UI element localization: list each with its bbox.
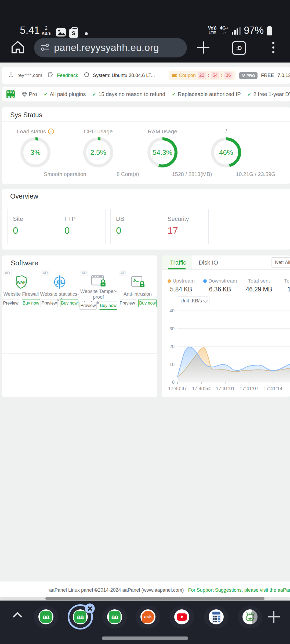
ad-tamper-proof[interactable]: AD Website Tamper-prooffor Enterprise Pr… <box>79 269 118 312</box>
preview-button[interactable]: Preview <box>2 299 19 307</box>
url-text[interactable]: panel.reyysyahh.eu.org <box>54 42 159 53</box>
net-speed-indicator: 5.41 2 KB/s <box>20 25 51 36</box>
stat-downstream: Downstream 6.36 KB <box>201 278 240 293</box>
radar-icon <box>52 275 67 290</box>
home-indicator[interactable] <box>102 636 188 640</box>
preview-button[interactable]: Preview <box>41 299 58 307</box>
svg-text:40: 40 <box>169 308 175 313</box>
chevron-down-icon <box>203 298 208 303</box>
tab-count: :D <box>236 45 242 51</box>
check-icon: ✓ <box>172 91 176 97</box>
browser-lock-icon <box>91 274 106 289</box>
preview-button[interactable]: Preview <box>79 302 97 310</box>
tray-tab-plant[interactable] <box>242 609 258 624</box>
upstream-dot-icon <box>168 279 171 283</box>
tray-tab-aapanel-3[interactable]: aa <box>107 609 122 624</box>
system-info[interactable]: System: Ubuntu 20.04.6 LT... <box>93 73 155 78</box>
collapse-tray-icon[interactable] <box>12 611 23 618</box>
status-bar-right: Vo))LTE 4G+↓↑ 97% <box>208 25 272 36</box>
svg-text:WAF: WAF <box>17 280 26 284</box>
buy-now-button[interactable]: Buy now <box>22 299 40 307</box>
tray-tab-askfm[interactable]: ask <box>140 609 155 624</box>
calculator-icon <box>212 611 221 623</box>
add-tab-button[interactable] <box>267 610 280 623</box>
feedback-icon <box>48 72 53 79</box>
countdown-minutes: 54 <box>211 72 219 79</box>
downstream-dot-icon <box>203 279 207 283</box>
volte-icon: Vo))LTE <box>208 26 217 35</box>
ad-badge: AD <box>3 270 12 276</box>
site-settings-icon[interactable] <box>41 43 50 53</box>
panel-version: 7.0.13 <box>277 73 290 78</box>
promo-feature: ✓Replaceable authorized IP <box>172 91 241 97</box>
horizontal-scrollbar-thumb[interactable] <box>45 597 264 600</box>
overview-card: Overview Site0 FTP0 DB0 Security17 <box>2 189 290 250</box>
buy-now-button[interactable]: Buy now <box>138 299 157 307</box>
url-bar[interactable]: panel.reyysyahh.eu.org <box>34 38 187 57</box>
preview-button[interactable]: Preview <box>119 299 136 307</box>
buy-now-button[interactable]: Buy now <box>60 299 78 307</box>
overview-site[interactable]: Site0 <box>7 209 54 244</box>
panel-header: rey****.com Feedback System: Ubuntu 20.0… <box>2 67 290 84</box>
countdown-hours: 22 <box>198 72 206 79</box>
ad-website-firewall[interactable]: AD WAF Website Firewall Preview Buy now <box>2 269 40 312</box>
check-icon: ✓ <box>92 91 97 97</box>
svg-text:20: 20 <box>169 344 175 349</box>
stat-total-received-clipped: To 1 <box>278 278 290 293</box>
feedback-link[interactable]: Feedback <box>57 73 78 78</box>
tab-disk-io[interactable]: Disk IO <box>199 259 218 266</box>
promo-feature: ✓2 free 1-year DV SSL (for year) <box>247 91 290 97</box>
net-filter-dropdown[interactable]: Net: All <box>271 257 290 268</box>
waf-shield-icon: WAF <box>14 275 28 290</box>
ubuntu-icon <box>84 72 89 79</box>
ad-website-statistics[interactable]: AD Website statistics-v2 Preview Buy now <box>40 269 79 312</box>
tab-switcher-button[interactable]: :D <box>232 41 246 55</box>
sys-status-title: Sys Status <box>10 111 42 119</box>
svg-text:17:41:01: 17:41:01 <box>216 386 235 391</box>
ad-anti-intrusion[interactable]: AD Anti-intrusion Preview Buy now <box>118 269 157 312</box>
footer-forum-link[interactable]: For Support Suggestions, please visit th… <box>188 587 290 593</box>
overview-ftp[interactable]: FTP0 <box>59 209 106 244</box>
license-type: FREE <box>261 73 274 78</box>
tab-traffic[interactable]: Traffic <box>170 259 186 266</box>
traffic-chart: 01020304017:40:4717:40:5417:41:0117:41:0… <box>162 308 290 396</box>
software-card: Software AD WAF Website Firewall Preview… <box>2 255 157 397</box>
tray-tab-youtube[interactable] <box>174 609 189 624</box>
network-type-icon: 4G+↓↑ <box>220 26 229 35</box>
promo-feature: ✓All paid plugins <box>44 91 86 97</box>
coupon-countdown[interactable]: Coupon 22 : 54 : 36 <box>169 71 235 80</box>
pro-badge[interactable]: PRO <box>239 72 258 79</box>
tray-tab-aapanel-2-active[interactable]: aa <box>73 609 88 624</box>
close-tab-button[interactable] <box>85 603 95 613</box>
net-speed-sup: 2 <box>42 26 51 31</box>
ad-badge: AD <box>41 270 49 276</box>
tray-tab-calculator[interactable] <box>209 609 224 624</box>
status-and-browser-bar: 5.41 2 KB/s S Vo))LTE 4G+↓↑ 97% p <box>0 0 290 63</box>
check-icon: ✓ <box>44 91 48 97</box>
promo-buy-now-button[interactable]: Buy now <box>6 90 15 98</box>
net-speed-unit: KB/s <box>42 31 51 35</box>
promo-feature: ✓15 days no reason to refund <box>92 91 165 97</box>
gallery-notification-icon <box>56 28 66 36</box>
svg-text:17:40:54: 17:40:54 <box>192 386 211 391</box>
pro-diamond-icon <box>22 92 27 97</box>
signal-strength-icon <box>232 27 241 35</box>
unit-dropdown[interactable]: Unit: KB/s <box>177 297 209 305</box>
browser-home-button[interactable] <box>10 40 25 56</box>
diamond-icon <box>241 74 245 77</box>
browser-menu-button[interactable] <box>272 42 274 56</box>
tray-tab-aapanel-1[interactable]: aa <box>38 609 53 624</box>
pro-promo-bar: Buy now Pro ✓All paid plugins ✓15 days n… <box>2 87 290 101</box>
sys-status-card: Sys Status Load status? 3% Smooth operat… <box>2 107 290 184</box>
overview-db[interactable]: DB0 <box>110 209 157 244</box>
username[interactable]: rey****.com <box>17 73 42 78</box>
svg-text:17:41:07: 17:41:07 <box>240 386 259 391</box>
buy-now-button[interactable]: Buy now <box>99 302 117 310</box>
traffic-card: Traffic Disk IO Net: All Upstream 5.84 K… <box>162 255 290 397</box>
overview-security[interactable]: Security17 <box>162 209 209 244</box>
new-tab-button[interactable] <box>197 41 210 54</box>
check-icon: ✓ <box>247 91 252 97</box>
svg-text:17:40:47: 17:40:47 <box>168 386 187 391</box>
help-icon[interactable]: ? <box>48 129 54 134</box>
coupon-icon <box>172 73 177 78</box>
